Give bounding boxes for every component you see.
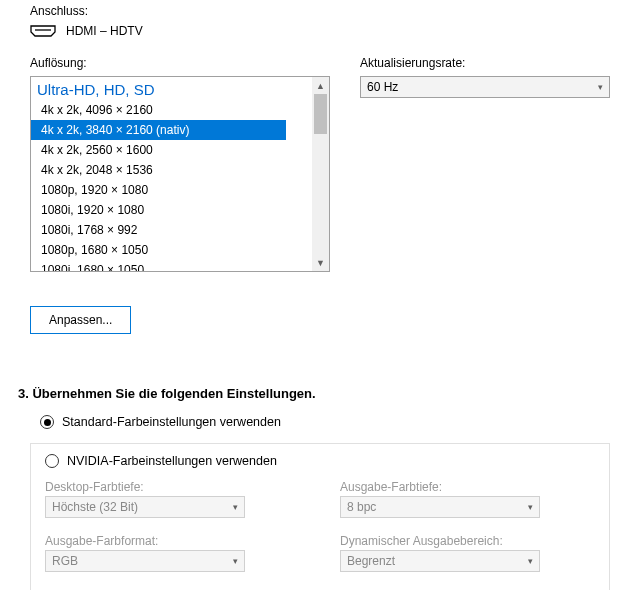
resolution-option[interactable]: 1080i, 1768 × 992 bbox=[31, 220, 312, 240]
chevron-down-icon: ▾ bbox=[528, 556, 533, 566]
output-format-value: RGB bbox=[52, 554, 78, 568]
scroll-up-button[interactable]: ▲ bbox=[312, 77, 329, 94]
connection-value: HDMI – HDTV bbox=[66, 24, 143, 38]
resolution-option[interactable]: 4k x 2k, 4096 × 2160 bbox=[31, 100, 312, 120]
resolution-option[interactable]: 1080p, 1680 × 1050 bbox=[31, 240, 312, 260]
resolution-label: Auflösung: bbox=[30, 56, 330, 70]
radio-nvidia-color[interactable]: NVIDIA-Farbeinstellungen verwenden bbox=[45, 454, 595, 468]
step3-heading: 3. Übernehmen Sie die folgenden Einstell… bbox=[18, 386, 640, 401]
scroll-thumb[interactable] bbox=[314, 94, 327, 134]
radio-nvidia-label: NVIDIA-Farbeinstellungen verwenden bbox=[67, 454, 277, 468]
chevron-down-icon: ▾ bbox=[233, 556, 238, 566]
output-depth-dropdown: 8 bpc ▾ bbox=[340, 496, 540, 518]
customize-button[interactable]: Anpassen... bbox=[30, 306, 131, 334]
output-depth-value: 8 bpc bbox=[347, 500, 376, 514]
refresh-label: Aktualisierungsrate: bbox=[360, 56, 610, 70]
dynamic-range-value: Begrenzt bbox=[347, 554, 395, 568]
output-format-dropdown: RGB ▾ bbox=[45, 550, 245, 572]
radio-standard-color[interactable]: Standard-Farbeinstellungen verwenden bbox=[40, 415, 640, 429]
radio-icon bbox=[45, 454, 59, 468]
resolution-group-header: Ultra-HD, HD, SD bbox=[31, 79, 312, 100]
connection-label: Anschluss: bbox=[30, 4, 640, 18]
resolution-option[interactable]: 1080i, 1920 × 1080 bbox=[31, 200, 312, 220]
resolution-option[interactable]: 4k x 2k, 3840 × 2160 (nativ) bbox=[31, 120, 286, 140]
output-format-label: Ausgabe-Farbformat: bbox=[45, 534, 300, 548]
desktop-depth-dropdown: Höchste (32 Bit) ▾ bbox=[45, 496, 245, 518]
desktop-depth-label: Desktop-Farbtiefe: bbox=[45, 480, 300, 494]
scrollbar[interactable]: ▲ ▼ bbox=[312, 77, 329, 271]
scroll-down-button[interactable]: ▼ bbox=[312, 254, 329, 271]
refresh-dropdown[interactable]: 60 Hz ▾ bbox=[360, 76, 610, 98]
radio-icon bbox=[40, 415, 54, 429]
desktop-depth-value: Höchste (32 Bit) bbox=[52, 500, 138, 514]
scroll-track[interactable] bbox=[312, 94, 329, 254]
chevron-down-icon: ▾ bbox=[528, 502, 533, 512]
hdmi-icon bbox=[30, 25, 56, 37]
chevron-down-icon: ▾ bbox=[598, 82, 603, 92]
resolution-option[interactable]: 1080i, 1680 × 1050 bbox=[31, 260, 312, 271]
dynamic-range-label: Dynamischer Ausgabebereich: bbox=[340, 534, 595, 548]
resolution-option[interactable]: 4k x 2k, 2048 × 1536 bbox=[31, 160, 312, 180]
resolution-option[interactable]: 1080p, 1920 × 1080 bbox=[31, 180, 312, 200]
radio-standard-label: Standard-Farbeinstellungen verwenden bbox=[62, 415, 281, 429]
resolution-listbox[interactable]: Ultra-HD, HD, SD 4k x 2k, 4096 × 2160 4k… bbox=[30, 76, 330, 272]
resolution-option[interactable]: 4k x 2k, 2560 × 1600 bbox=[31, 140, 312, 160]
dynamic-range-dropdown: Begrenzt ▾ bbox=[340, 550, 540, 572]
refresh-value: 60 Hz bbox=[367, 80, 398, 94]
output-depth-label: Ausgabe-Farbtiefe: bbox=[340, 480, 595, 494]
chevron-down-icon: ▾ bbox=[233, 502, 238, 512]
